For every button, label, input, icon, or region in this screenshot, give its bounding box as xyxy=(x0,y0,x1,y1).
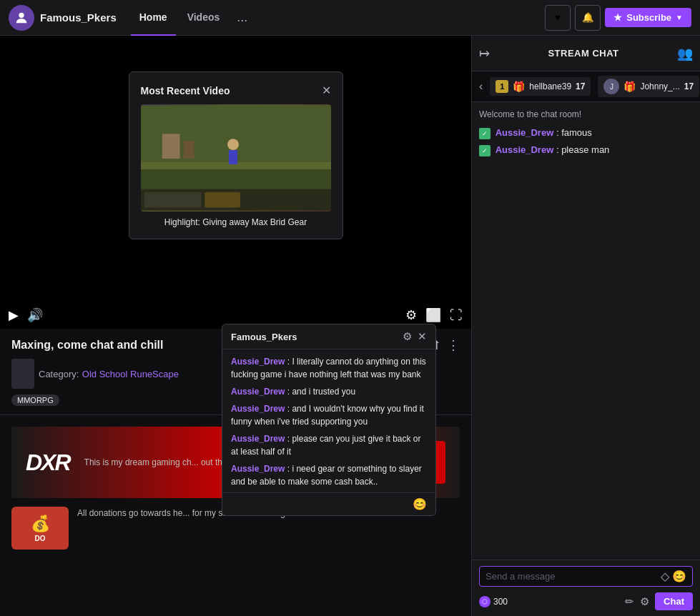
gift-prev-button[interactable]: ‹ xyxy=(479,80,483,93)
category-label: Category: xyxy=(39,369,79,379)
bell-icon: 🔔 xyxy=(582,12,594,23)
send-cheer-button[interactable]: ◇ xyxy=(661,570,669,583)
main-layout: Most Recent Video ✕ xyxy=(0,36,700,616)
chat-panel-title: STREAM CHAT xyxy=(548,48,618,59)
gift-rank-badge: 1 xyxy=(496,80,508,93)
gift-count-2: 17 xyxy=(684,81,694,91)
play-button[interactable]: ▶ xyxy=(9,307,19,323)
list-item: Aussie_Drew : and i trusted you xyxy=(231,385,427,398)
gift-icon: 🎁 xyxy=(513,81,525,92)
cheer-icon: ◇ xyxy=(661,570,669,582)
theatre-icon: ⬜ xyxy=(425,307,441,323)
subscriber-badge: ✓ xyxy=(479,128,491,139)
chat-header: ↦ STREAM CHAT 👥 xyxy=(472,36,700,71)
channel-name: Famous_Pkers xyxy=(40,11,117,24)
most-recent-video-popup: Most Recent Video ✕ xyxy=(129,71,343,239)
gift-count: 17 xyxy=(576,81,585,91)
fullscreen-button[interactable]: ⛶ xyxy=(450,308,463,323)
emote-button[interactable]: 😊 xyxy=(413,497,427,511)
chat-settings-button[interactable]: ⚙ xyxy=(640,595,649,608)
pencil-button[interactable]: ✏ xyxy=(625,595,634,608)
play-icon: ▶ xyxy=(9,307,19,323)
gift-icon-2: 🎁 xyxy=(623,81,636,92)
pencil-icon: ✏ xyxy=(625,595,634,607)
mrv-thumbnail-image xyxy=(141,104,331,212)
chat-popup-header: Famous_Pkers ⚙ ✕ xyxy=(222,324,435,349)
mrv-caption: Highlight: Giving away Max Brid Gear xyxy=(141,217,331,227)
list-item: ✓ Aussie_Drew : please man xyxy=(479,144,693,157)
chat-footer: ⬡ 300 ✏ ⚙ Chat xyxy=(479,592,693,610)
tag-badge[interactable]: MMORPG xyxy=(11,394,59,406)
chat-popup-actions: ⚙ ✕ xyxy=(403,330,427,343)
emote-icon: 😊 xyxy=(672,570,686,582)
chat-popup-settings-button[interactable]: ⚙ xyxy=(403,330,412,343)
chat-msg-username-2[interactable]: Aussie_Drew xyxy=(496,144,554,155)
svg-point-0 xyxy=(19,12,24,17)
channel-avatar[interactable] xyxy=(9,5,34,31)
svg-point-6 xyxy=(227,139,239,150)
tab-home[interactable]: Home xyxy=(131,0,176,36)
chat-users-button[interactable]: 👥 xyxy=(677,46,693,61)
stream-chat-panel: ↦ STREAM CHAT 👥 ‹ 1 🎁 hellbane39 17 J 🎁 … xyxy=(471,36,700,616)
subscriber-badge-2: ✓ xyxy=(479,145,491,157)
list-item: Aussie_Drew : please can you just give i… xyxy=(231,432,427,458)
chat-back-button[interactable]: ↦ xyxy=(479,46,490,61)
chat-popup: Famous_Pkers ⚙ ✕ Aussie_Drew : I literal… xyxy=(222,324,436,516)
settings-button[interactable]: ⚙ xyxy=(405,307,417,323)
volume-button[interactable]: 🔊 xyxy=(27,307,43,323)
ellipsis-icon: ⋮ xyxy=(447,338,460,352)
volume-icon: 🔊 xyxy=(27,307,43,323)
nav-more-btn[interactable]: ... xyxy=(231,10,253,25)
svg-rect-5 xyxy=(183,141,194,159)
points-icon: ⬡ xyxy=(479,596,491,607)
user-avatar-small: J xyxy=(603,79,619,94)
donation-badge: 💰 DO xyxy=(11,507,69,550)
theatre-mode-button[interactable]: ⬜ xyxy=(425,307,441,323)
back-arrow-icon: ↦ xyxy=(479,46,490,61)
chat-message-input[interactable] xyxy=(485,571,658,582)
gift-user-1: 1 🎁 hellbane39 17 xyxy=(490,77,591,96)
chat-messages: Welcome to the chat room! ✓ Aussie_Drew … xyxy=(472,102,700,560)
chat-send-button[interactable]: Chat xyxy=(655,592,693,610)
mrv-close-button[interactable]: ✕ xyxy=(322,84,331,97)
video-player[interactable]: Most Recent Video ✕ xyxy=(0,36,471,329)
svg-rect-10 xyxy=(204,192,240,208)
list-item: Aussie_Drew : and I wouldn't know why yo… xyxy=(231,402,427,428)
list-item: Aussie_Drew : I literally cannot do anyt… xyxy=(231,355,427,381)
chat-msg-text-2: : please man xyxy=(556,144,609,155)
chat-welcome-msg: Welcome to the chat room! xyxy=(479,109,693,119)
mrv-thumbnail[interactable] xyxy=(141,104,331,212)
channel-points: ⬡ 300 xyxy=(479,596,508,607)
chat-msg-text-1: : famous xyxy=(556,127,592,138)
chat-input-wrap: ◇ 😊 xyxy=(479,566,693,587)
gift-users-row: ‹ 1 🎁 hellbane39 17 J 🎁 Johnny_... 17 T … xyxy=(472,71,700,102)
heart-icon: ♥ xyxy=(555,12,561,23)
donation-label: DO xyxy=(35,535,46,542)
mrv-title: Most Recent Video xyxy=(141,85,230,96)
chat-popup-messages: Aussie_Drew : I literally cannot do anyt… xyxy=(222,349,435,492)
gift-username-2: Johnny_... xyxy=(640,81,679,91)
list-item: Aussie_Drew : i need gear or something t… xyxy=(231,462,427,488)
users-icon: 👥 xyxy=(677,46,693,61)
notifications-button[interactable]: 🔔 xyxy=(575,5,601,31)
svg-rect-7 xyxy=(229,150,237,164)
emote-picker-button[interactable]: 😊 xyxy=(672,570,686,583)
more-options-button[interactable]: ⋮ xyxy=(447,337,460,353)
follow-button[interactable]: ♥ xyxy=(545,5,571,31)
nav-tabs: Home Videos ... xyxy=(131,0,254,36)
chat-input-area: ◇ 😊 ⬡ 300 ✏ ⚙ Chat xyxy=(472,560,700,616)
top-nav: Famous_Pkers Home Videos ... ♥ 🔔 ★ Subsc… xyxy=(0,0,700,36)
chat-popup-footer: 😊 xyxy=(222,492,435,515)
fullscreen-icon: ⛶ xyxy=(450,308,463,323)
chat-msg-username-1[interactable]: Aussie_Drew xyxy=(496,127,554,138)
close-icon: ✕ xyxy=(418,330,427,342)
mrv-header: Most Recent Video ✕ xyxy=(141,84,331,97)
gift-user-2: J 🎁 Johnny_... 17 xyxy=(598,76,699,97)
sponsor-logo: DXR xyxy=(26,449,70,476)
subscribe-button[interactable]: ★ Subscribe ▼ xyxy=(605,8,691,27)
svg-rect-9 xyxy=(144,192,200,208)
category-link[interactable]: Old School RuneScape xyxy=(82,369,179,379)
chat-popup-close-button[interactable]: ✕ xyxy=(418,330,427,343)
tab-videos[interactable]: Videos xyxy=(179,0,229,36)
donation-icon: 💰 xyxy=(31,515,50,533)
